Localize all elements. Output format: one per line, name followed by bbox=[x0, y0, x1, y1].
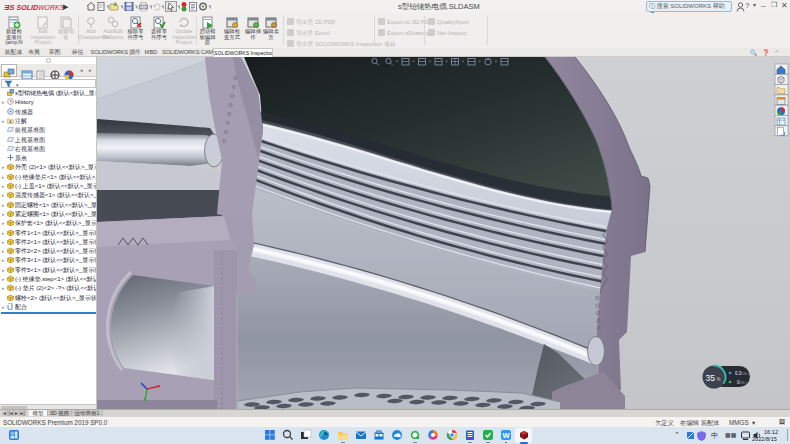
svg-text:A: A bbox=[9, 119, 12, 124]
svg-text:%: % bbox=[717, 377, 721, 382]
svg-text:W: W bbox=[502, 431, 510, 440]
svg-text:35: 35 bbox=[706, 373, 716, 383]
svg-text:0KB/s: 0KB/s bbox=[737, 380, 747, 385]
svg-text:0.3KB/s: 0.3KB/s bbox=[735, 371, 749, 376]
